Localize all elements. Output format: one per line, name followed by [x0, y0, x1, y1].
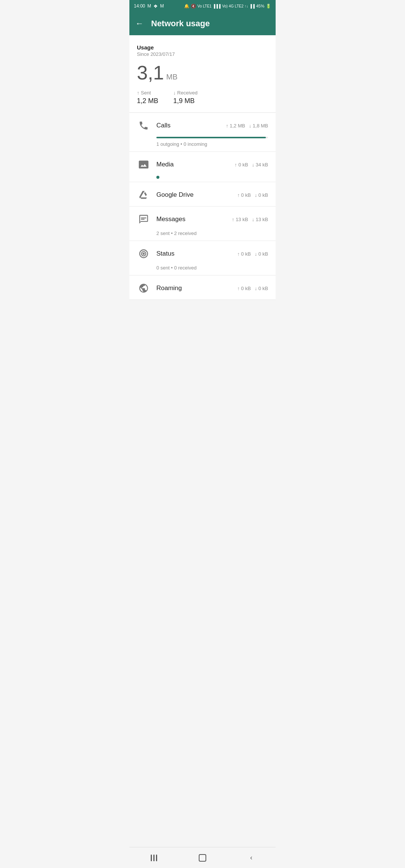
received-stat: ↓ 34 kB: [252, 162, 268, 168]
status-time: 14:00: [134, 3, 145, 9]
list-item: Google Drive ↑ 0 kB ↓ 0 kB: [129, 182, 276, 207]
list-item-name: Roaming: [156, 284, 231, 292]
list-item: Roaming ↑ 0 kB ↓ 0 kB: [129, 275, 276, 300]
list-item: Media ↑ 0 kB ↓ 34 kB: [129, 152, 276, 182]
list-item-usage: ↑ 1,2 MB ↓ 1,8 MB: [226, 123, 268, 129]
sent-stat: ↑ 0 kB: [237, 251, 251, 257]
received-arrow-icon: ↓: [173, 90, 176, 96]
received-stat: ↓ 0 kB: [255, 286, 268, 291]
list-item-usage: ↑ 0 kB ↓ 0 kB: [237, 192, 268, 198]
alarm-icon: 🔔: [184, 4, 189, 9]
received-value: 1,9 MB: [173, 97, 198, 105]
usage-total-unit: MB: [166, 73, 177, 81]
progress-bar-fill: [156, 137, 266, 138]
list-item-main: Media ↑ 0 kB ↓ 34 kB: [137, 158, 268, 176]
page-title: Network usage: [151, 19, 210, 28]
toolbar: ← Network usage: [129, 12, 276, 35]
list-item: Status ↑ 0 kB ↓ 0 kB 0 sent • 0 received: [129, 241, 276, 275]
status-icon: [137, 247, 150, 260]
sent-stat: ↑ 1,2 MB: [226, 123, 245, 129]
list-section: Calls ↑ 1,2 MB ↓ 1,8 MB 1 outgoing • 0 i…: [129, 113, 276, 300]
gmail-icon: M: [147, 3, 151, 9]
sent-section: ↑ Sent 1,2 MB: [137, 90, 158, 105]
list-item-main: Calls ↑ 1,2 MB ↓ 1,8 MB: [137, 119, 268, 137]
progress-bar-container: [156, 137, 268, 138]
sent-arrow-icon: ↑: [137, 90, 140, 96]
list-item-subtext: 0 sent • 0 received: [137, 265, 268, 275]
hash-icon: ❖: [153, 3, 158, 9]
received-stat: ↓ 0 kB: [255, 192, 268, 198]
messages-icon: [137, 213, 150, 226]
svg-point-4: [143, 253, 144, 254]
list-item-subtext: 2 sent • 2 received: [137, 230, 268, 241]
status-left: 14:00 M ❖ M: [134, 3, 164, 9]
list-item-usage: ↑ 0 kB ↓ 0 kB: [237, 251, 268, 257]
list-item: Messages ↑ 13 kB ↓ 13 kB 2 sent • 2 rece…: [129, 207, 276, 241]
sent-stat: ↑ 0 kB: [237, 286, 251, 291]
svg-point-3: [141, 251, 146, 256]
usage-sent-received: ↑ Sent 1,2 MB ↓ Received 1,9 MB: [137, 90, 268, 105]
usage-label: Usage: [137, 44, 268, 51]
lte2-icon: Vo) 4G LTE2 ↑↓ ▐▐: [222, 4, 255, 8]
calls-icon: [137, 119, 150, 132]
list-item-main: Status ↑ 0 kB ↓ 0 kB: [137, 247, 268, 265]
list-item-name: Messages: [156, 216, 226, 223]
google-drive-icon: [137, 188, 150, 202]
svg-rect-0: [141, 217, 146, 218]
gmail2-icon: M: [160, 3, 164, 9]
list-item-usage: ↑ 0 kB ↓ 34 kB: [235, 162, 268, 168]
usage-total: 3,1 MB: [137, 63, 268, 82]
list-item-usage: ↑ 13 kB ↓ 13 kB: [232, 217, 268, 222]
status-bar: 14:00 M ❖ M 🔔 🔇 Vo LTE1 ▐▐▐ Vo) 4G LTE2 …: [129, 0, 276, 12]
received-label: ↓ Received: [173, 90, 198, 96]
sent-stat: ↑ 13 kB: [232, 217, 248, 222]
sent-value: 1,2 MB: [137, 97, 158, 105]
usage-since: Since 2023/07/17: [137, 51, 268, 57]
list-item-name: Google Drive: [156, 191, 231, 199]
list-item-main: Google Drive ↑ 0 kB ↓ 0 kB: [137, 188, 268, 206]
list-item-usage: ↑ 0 kB ↓ 0 kB: [237, 286, 268, 291]
usage-total-number: 3,1: [137, 63, 164, 82]
list-item-subtext: 1 outgoing • 0 incoming: [137, 141, 268, 151]
received-stat: ↓ 1,8 MB: [249, 123, 268, 129]
list-item-name: Calls: [156, 122, 220, 129]
received-section: ↓ Received 1,9 MB: [173, 90, 198, 105]
received-stat: ↓ 13 kB: [252, 217, 268, 222]
sent-stat: ↑ 0 kB: [237, 192, 251, 198]
battery-percent: 45%: [256, 4, 264, 8]
list-item-main: Roaming ↑ 0 kB ↓ 0 kB: [137, 281, 268, 299]
list-item-name: Status: [156, 250, 231, 257]
svg-point-2: [140, 250, 148, 258]
progress-dot: [156, 176, 159, 179]
sent-label: ↑ Sent: [137, 90, 158, 96]
list-item-name: Media: [156, 161, 229, 168]
roaming-icon: [137, 281, 150, 295]
lte1-icon: Vo LTE1 ▐▐▐: [198, 4, 221, 8]
media-icon: [137, 158, 150, 171]
status-right: 🔔 🔇 Vo LTE1 ▐▐▐ Vo) 4G LTE2 ↑↓ ▐▐ 45% 🔋: [184, 4, 271, 9]
usage-summary: Usage Since 2023/07/17 3,1 MB ↑ Sent 1,2…: [129, 35, 276, 113]
battery-icon: 🔋: [266, 4, 271, 9]
svg-rect-1: [141, 219, 144, 220]
content-area: Usage Since 2023/07/17 3,1 MB ↑ Sent 1,2…: [129, 35, 276, 300]
list-item: Calls ↑ 1,2 MB ↓ 1,8 MB 1 outgoing • 0 i…: [129, 113, 276, 152]
list-item-main: Messages ↑ 13 kB ↓ 13 kB: [137, 213, 268, 230]
sent-stat: ↑ 0 kB: [235, 162, 248, 168]
received-stat: ↓ 0 kB: [255, 251, 268, 257]
back-button[interactable]: ←: [135, 19, 144, 28]
mute-icon: 🔇: [191, 4, 196, 9]
